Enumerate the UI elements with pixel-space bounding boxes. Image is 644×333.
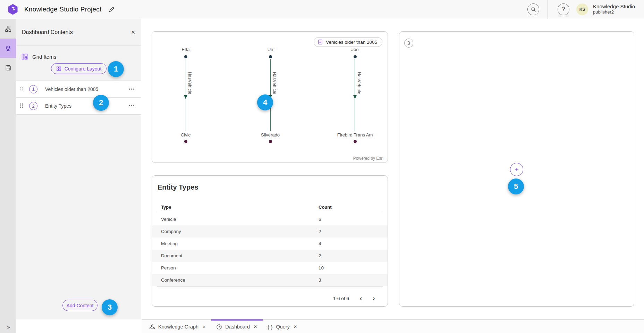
knowledge-graph-icon (149, 324, 155, 330)
save-icon (5, 65, 11, 71)
grid-items-icon (21, 53, 28, 60)
tab-query[interactable]: { } Query ✕ (263, 319, 303, 333)
graph-node-label[interactable]: Firebird Trans Am (325, 132, 384, 138)
tab-label: Knowledge Graph (158, 324, 198, 330)
dashboard-gauge-icon (216, 324, 222, 330)
widget-title: Entity Types (158, 183, 198, 191)
hierarchy-icon (5, 26, 11, 32)
slot-number-badge: 3 (404, 39, 413, 48)
previous-page-icon[interactable]: ‹ (359, 295, 362, 302)
table-row[interactable]: Company 2 (152, 225, 388, 238)
vehicle-node[interactable] (269, 140, 272, 143)
step-badge-4: 4 (257, 94, 273, 110)
page-range-label: 1-6 of 6 (333, 296, 349, 301)
column-header-type[interactable]: Type (152, 205, 319, 210)
cell-type: Person (152, 265, 319, 270)
panel-close-button[interactable]: ✕ (131, 29, 135, 35)
grid-items-section-header: Grid Items (16, 45, 141, 60)
grid-item-entity-types[interactable]: 2 Entity Types (16, 98, 141, 115)
document-icon (317, 39, 323, 45)
cell-count: 4 (319, 241, 321, 246)
edge-line[interactable] (270, 59, 271, 131)
dashboard-contents-panel: Dashboard Contents ✕ Grid Items Configur… (16, 19, 141, 319)
close-tab-icon[interactable]: ✕ (253, 324, 258, 330)
table-row[interactable]: Document 2 (152, 250, 388, 262)
item-options-icon[interactable] (129, 105, 135, 107)
cell-count: 2 (319, 253, 321, 258)
tab-dashboard[interactable]: Dashboard ✕ (211, 319, 263, 333)
edge-arrow-icon (353, 95, 357, 99)
user-info[interactable]: Knowledge Studio publisher2 (593, 4, 635, 15)
person-node[interactable] (354, 55, 357, 58)
close-tab-icon[interactable]: ✕ (202, 324, 206, 330)
configure-layout-button[interactable]: Configure Layout (51, 63, 107, 74)
table-row[interactable]: Conference 3 (152, 274, 388, 286)
step-badge-2: 2 (93, 95, 109, 111)
graph-node-label[interactable]: Etta (156, 47, 215, 52)
graph-filter-label: Vehicles older than 2005 (326, 40, 377, 45)
table-row[interactable]: Person 10 (152, 262, 388, 274)
avatar[interactable]: KS (576, 3, 588, 15)
edge-arrow-icon (184, 95, 187, 99)
layers-icon (5, 45, 11, 52)
step-badge-1: 1 (108, 61, 124, 77)
cell-type: Company (152, 229, 319, 234)
graph-node-label[interactable]: Silverado (241, 132, 300, 138)
add-widget-button[interactable]: + (510, 163, 523, 176)
drag-handle-icon[interactable] (20, 103, 23, 108)
graph-column: Etta HasVehicle Civic (156, 47, 215, 148)
graph-filter-pill[interactable]: Vehicles older than 2005 (314, 37, 382, 47)
person-node[interactable] (184, 55, 187, 58)
cell-count: 3 (319, 277, 321, 283)
table-header-row: Type Count (152, 205, 388, 210)
table-row[interactable]: Meeting 4 (152, 238, 388, 250)
item-options-icon[interactable] (129, 88, 135, 90)
vehicle-node[interactable] (354, 140, 357, 143)
knowledge-studio-logo-icon (8, 4, 18, 15)
person-node[interactable] (269, 55, 272, 58)
expand-rail-button[interactable]: » (0, 324, 16, 330)
table-row[interactable]: Vehicle 6 (152, 213, 388, 225)
graph-node-label[interactable]: Civic (156, 132, 215, 138)
cell-count: 6 (319, 217, 321, 222)
tab-label: Dashboard (225, 324, 250, 330)
vehicle-node[interactable] (184, 140, 187, 143)
search-button[interactable] (527, 3, 539, 15)
esri-attribution: Powered by Esri (353, 156, 383, 161)
bottom-tab-bar: Knowledge Graph ✕ Dashboard ✕ { } Query … (142, 319, 644, 333)
drag-handle-icon[interactable] (20, 87, 23, 92)
grid-items-label: Grid Items (32, 54, 56, 60)
grid-item-label: Vehicles older than 2005 (45, 86, 98, 92)
graph-node-label[interactable]: Joe (325, 47, 384, 52)
close-tab-icon[interactable]: ✕ (293, 324, 298, 330)
tab-knowledge-graph[interactable]: Knowledge Graph ✕ (144, 319, 211, 333)
edge-label: HasVehicle (357, 72, 362, 94)
user-name: publisher2 (593, 9, 635, 15)
grid-item-vehicles[interactable]: 1 Vehicles older than 2005 (16, 81, 141, 98)
edge-line[interactable] (186, 59, 186, 131)
edge-line[interactable] (355, 59, 355, 131)
rail-item-data-model[interactable] (0, 19, 16, 39)
search-icon (531, 7, 536, 13)
pencil-icon (108, 6, 115, 13)
graph-node-label[interactable]: Uri (241, 47, 300, 52)
cell-count: 2 (319, 229, 321, 234)
cell-type: Meeting (152, 241, 319, 246)
rail-item-save[interactable] (0, 58, 16, 77)
entity-types-widget: Entity Types Type Count Vehicle 6 Compan… (152, 175, 388, 307)
edit-title-button[interactable] (108, 6, 115, 13)
item-number-badge: 2 (29, 102, 37, 110)
panel-title: Dashboard Contents (22, 29, 73, 35)
left-icon-rail: » (0, 19, 16, 333)
next-page-icon[interactable]: › (372, 295, 375, 302)
empty-grid-slot: 3 + (399, 31, 634, 307)
rail-item-contents[interactable] (0, 39, 16, 58)
column-header-count[interactable]: Count (319, 205, 332, 210)
dashboard-canvas: Vehicles older than 2005 Etta HasVehicle… (142, 19, 644, 319)
edge-label: HasVehicle (272, 72, 277, 94)
table-body: Vehicle 6 Company 2 Meeting 4 Document 2… (152, 213, 388, 286)
help-button[interactable]: ? (558, 3, 569, 15)
add-content-button[interactable]: Add Content (62, 300, 98, 311)
app-header: Knowledge Studio Project (0, 0, 644, 19)
user-org: Knowledge Studio (593, 4, 635, 9)
